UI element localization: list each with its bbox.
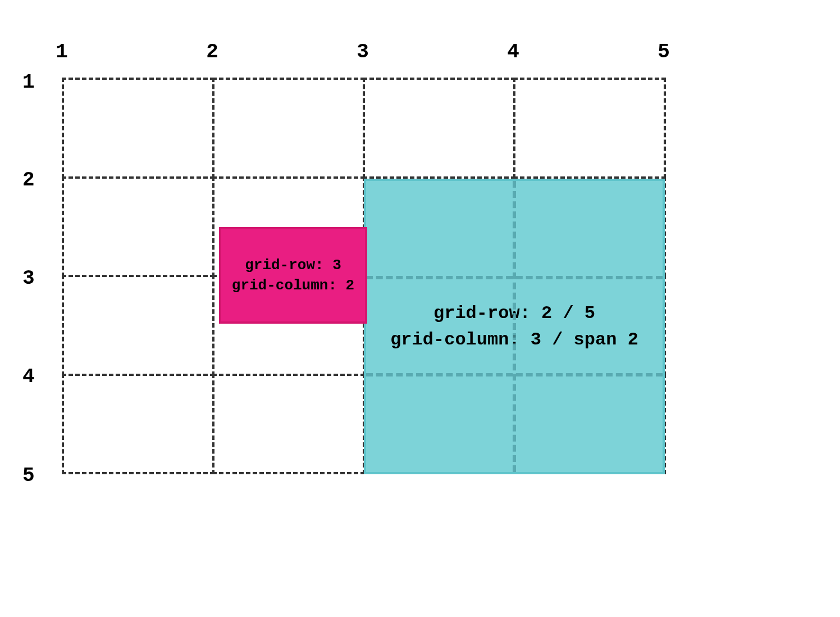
- code-text: grid-column: 3 / span 2: [390, 329, 638, 350]
- grid-cell: [62, 78, 214, 179]
- code-text: grid-row: 3: [245, 257, 341, 274]
- grid-cell: [62, 374, 214, 475]
- grid-cell: [62, 176, 214, 278]
- column-line-labels: 1 2 3 4 5: [56, 34, 679, 67]
- column-line-label: 5: [658, 40, 670, 63]
- grid-cell: [363, 78, 515, 179]
- column-line-label: 1: [56, 40, 68, 63]
- column-line-label: 4: [507, 40, 519, 63]
- grid-item-pink: grid-row: 3 grid-column: 2: [219, 227, 367, 324]
- code-text: grid-row: 2 / 5: [433, 303, 595, 324]
- code-text: grid-column: 2: [232, 277, 354, 294]
- column-line-label: 3: [357, 40, 369, 63]
- grid-cell: [212, 78, 365, 179]
- row-line-label: 5: [22, 464, 35, 487]
- row-line-label: 2: [22, 169, 35, 192]
- grid-cell: [513, 78, 666, 179]
- grid-container: grid-row: 2 / 5 grid-column: 3 / span 2 …: [62, 80, 664, 474]
- row-line-label: 3: [22, 267, 35, 290]
- column-line-label: 2: [206, 40, 218, 63]
- grid-item-teal-overlay: [366, 181, 663, 472]
- row-line-label: 4: [22, 365, 35, 388]
- grid-item-teal: grid-row: 2 / 5 grid-column: 3 / span 2: [364, 179, 665, 474]
- grid-cell: [212, 374, 365, 475]
- grid-cell: [62, 275, 214, 376]
- row-line-label: 1: [22, 71, 35, 94]
